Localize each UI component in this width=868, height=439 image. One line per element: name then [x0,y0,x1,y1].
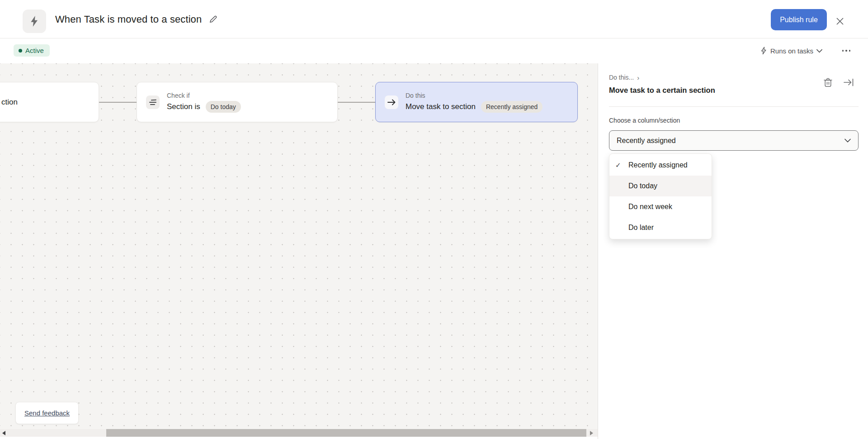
status-badge[interactable]: Active [14,44,50,57]
pencil-icon [209,15,218,24]
menu-item-label: Do today [628,182,657,190]
section-select[interactable]: Recently assigned [609,130,859,151]
menu-item-do-next-week[interactable]: Do next week [609,196,712,217]
trash-icon [824,78,832,87]
edit-title-button[interactable] [208,14,219,25]
status-label: Active [25,47,44,54]
status-dot-icon [19,49,22,52]
section-field-label: Choose a column/section [609,117,680,124]
horizontal-scrollbar[interactable] [0,429,598,437]
send-feedback-button[interactable]: Send feedback [15,402,79,424]
panel-title: Move task to a certain section [609,86,715,95]
publish-rule-button[interactable]: Publish rule [771,9,827,30]
rule-builder-app: When Task is moved to a section Publish … [0,0,868,439]
runs-on-tasks-label: Runs on tasks [770,47,813,55]
scroll-left-arrow-icon[interactable] [2,431,5,435]
chevron-right-icon: › [637,74,639,81]
check-icon: ✓ [609,161,628,169]
check-if-card[interactable]: Check if Section is Do today [137,82,338,122]
check-card-body: Check if Section is Do today [167,92,241,113]
runs-on-tasks-dropdown[interactable]: Runs on tasks [759,44,824,57]
ellipsis-icon [842,50,851,52]
close-button[interactable] [834,15,846,28]
menu-item-label: Recently assigned [628,161,688,169]
arrow-to-bar-icon [844,78,854,86]
trigger-card-partial[interactable]: ction [0,82,99,122]
do-this-card-selected[interactable]: Do this Move task to section Recently as… [375,82,578,122]
rule-toolbar: Active Runs on tasks [0,39,868,63]
menu-item-do-later[interactable]: Do later [609,217,712,238]
title-row: When Task is moved to a section [55,0,219,38]
menu-item-do-today[interactable]: Do today [609,176,712,196]
header: When Task is moved to a section Publish … [0,0,868,38]
rule-lightning-tile[interactable] [23,10,46,33]
lightning-icon [29,15,39,27]
chevron-down-icon [844,138,851,143]
breadcrumb[interactable]: Do this... › [609,74,639,81]
menu-item-label: Do later [628,224,654,232]
connector-line [99,102,137,103]
chevron-down-icon [816,49,822,53]
trigger-card-text: ction [1,98,18,107]
delete-action-button[interactable] [821,76,834,89]
breadcrumb-label: Do this... [609,74,634,81]
action-card-body: Do this Move task to section Recently as… [406,92,542,113]
more-options-button[interactable] [839,45,854,57]
collapse-panel-button[interactable] [842,76,855,89]
connector-line [338,102,375,103]
panel-divider [609,106,859,107]
section-dropdown-menu: ✓ Recently assigned Do today Do next wee… [609,153,712,239]
action-detail-panel: Do this... › Move task to a certain sect… [598,63,868,439]
arrow-right-icon [385,95,398,109]
filter-lines-icon [146,95,160,109]
send-feedback-label: Send feedback [24,409,70,417]
action-card-badge: Recently assigned [481,101,542,113]
check-card-badge: Do today [206,101,241,113]
scroll-right-arrow-icon[interactable] [590,431,593,435]
menu-item-recently-assigned[interactable]: ✓ Recently assigned [609,155,712,176]
lightning-outline-icon [760,47,767,55]
check-card-text: Section is [167,102,200,111]
menu-item-label: Do next week [628,203,672,211]
check-card-label: Check if [167,92,241,99]
section-select-value: Recently assigned [617,137,844,145]
rule-canvas: ction Check if Section is Do today [0,63,598,437]
scrollbar-thumb[interactable] [106,429,586,437]
action-card-label: Do this [406,92,542,99]
close-icon [835,17,844,26]
page-title: When Task is moved to a section [55,14,202,25]
action-card-text: Move task to section [406,102,476,111]
